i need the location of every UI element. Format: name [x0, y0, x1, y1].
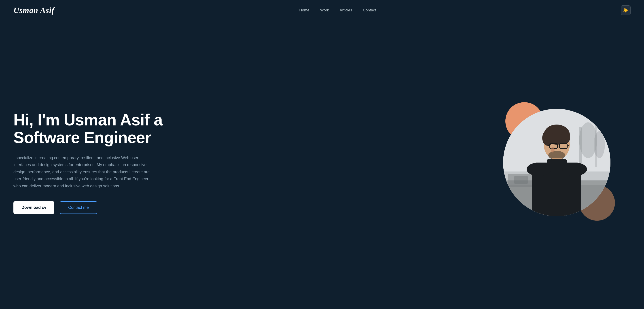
profile-photo: [503, 109, 610, 216]
nav-home[interactable]: Home: [299, 8, 309, 12]
sun-icon: ☀️: [623, 8, 628, 13]
navbar: Usman Asif Home Work Articles Contact ☀️: [0, 0, 644, 20]
svg-rect-23: [547, 159, 567, 167]
profile-illustration: [503, 109, 610, 216]
hero-description: I specialize in creating contemporary, r…: [14, 154, 152, 190]
svg-point-25: [562, 162, 587, 176]
svg-rect-4: [579, 127, 582, 167]
hero-section: Hi, I'm Usman Asif a Software Engineer I…: [0, 20, 644, 309]
theme-toggle-button[interactable]: ☀️: [621, 5, 630, 15]
download-cv-button[interactable]: Download cv: [14, 201, 54, 214]
contact-me-button[interactable]: Contact me: [60, 201, 97, 214]
hero-content: Hi, I'm Usman Asif a Software Engineer I…: [14, 111, 170, 214]
hero-visual: [492, 98, 622, 228]
nav-work[interactable]: Work: [320, 8, 329, 12]
nav-contact[interactable]: Contact: [363, 8, 376, 12]
svg-rect-5: [595, 122, 597, 167]
svg-point-24: [526, 162, 551, 176]
svg-point-13: [561, 130, 570, 144]
nav-links: Home Work Articles Contact: [299, 8, 376, 12]
hero-buttons: Download cv Contact me: [14, 201, 170, 214]
nav-articles[interactable]: Articles: [340, 8, 352, 12]
svg-rect-9: [514, 176, 528, 184]
hero-title: Hi, I'm Usman Asif a Software Engineer: [14, 111, 170, 146]
svg-point-26: [551, 147, 554, 152]
site-logo[interactable]: Usman Asif: [14, 6, 54, 15]
